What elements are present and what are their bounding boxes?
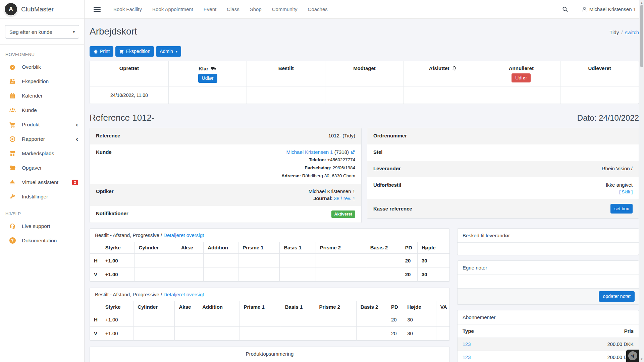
supplier-message-body[interactable]: [458, 243, 639, 255]
top-nav-links: Book Facility Book Appointment Event Cla…: [113, 6, 328, 12]
own-notes-body[interactable]: [458, 275, 639, 288]
rx-cell: [177, 254, 203, 267]
rx-col-header: Styrke: [101, 301, 133, 313]
print-button[interactable]: Print: [90, 46, 113, 57]
sidebar-item-label: Kunde: [22, 107, 37, 113]
customer-search-wrap: Søg efter en kunde ▾: [0, 19, 84, 45]
rx-cell: 20: [387, 313, 403, 326]
subscription-price: 200.00 DKK: [525, 338, 639, 351]
leverandor-row: Leverandør Rhein Vision /: [367, 161, 639, 177]
switch-link[interactable]: switch: [625, 29, 639, 35]
page-content: Arbejdskort Tidy/switch Print Ekspeditio…: [85, 19, 644, 362]
rx-col-header: Addition: [198, 301, 239, 313]
notifikationer-row: Notifikationer Aktiveret: [90, 206, 361, 223]
top-navbar: Book Facility Book Appointment Event Cla…: [85, 0, 644, 19]
nav-event[interactable]: Event: [204, 6, 216, 12]
own-notes-footer: opdater notat: [458, 288, 639, 304]
status-col-annulleret: Annulleret Udfør: [482, 61, 560, 86]
sidebar-section-hjaelp: HJÆLP: [0, 204, 84, 219]
sidebar-main-menu: Overblik Ekspedition Kalender Kunde: [0, 60, 84, 204]
scrollbar-up-arrow[interactable]: ▲: [639, 1, 644, 4]
detaljeret-oversigt-link[interactable]: Detaljeret oversigt: [163, 232, 204, 238]
customer-birthday: Fødselsdag29/06/1984: [305, 165, 355, 171]
rx-row-v: V +1.00 20 30: [90, 326, 449, 340]
rx-cell: 30: [417, 254, 449, 267]
bell-icon: [452, 66, 457, 71]
customer-link[interactable]: Michael Kristensen 1: [286, 149, 333, 155]
skift-link[interactable]: [ Skift ]: [619, 189, 633, 194]
rx-cell: +1.00: [101, 267, 135, 281]
chevron-left-icon: ‹: [76, 122, 78, 127]
sidebar-item-overblik[interactable]: Overblik: [0, 60, 84, 74]
search-icon[interactable]: [562, 6, 568, 12]
status-col-modtaget: Modtaget: [325, 61, 404, 86]
rx-col-header: Cylinder: [135, 242, 177, 254]
klar-udfor-button[interactable]: Udfør: [198, 74, 217, 83]
customer-search-select[interactable]: Søg efter en kunde ▾: [5, 25, 79, 39]
sidebar-item-produkt[interactable]: Produkt ‹: [0, 117, 84, 132]
calendar-icon: [9, 93, 16, 99]
detaljeret-oversigt-link[interactable]: Detaljeret oversigt: [163, 292, 204, 297]
user-menu[interactable]: Michael Kristensen 1: [582, 6, 636, 12]
lower-right-column: Besked til leverandør Egne noter opdater…: [457, 228, 639, 362]
menu-toggle-icon[interactable]: [94, 7, 101, 12]
nav-coaches[interactable]: Coaches: [308, 6, 328, 12]
sidebar-item-dokumentation[interactable]: ? Dokumentation: [0, 233, 84, 248]
sidebar-item-kalender[interactable]: Kalender: [0, 88, 84, 103]
caret-down-icon: ▾: [73, 30, 75, 34]
users-icon: [9, 107, 16, 114]
reference-heading: Reference 1012-: [90, 113, 155, 123]
ekspedition-button[interactable]: Ekspedition: [115, 46, 154, 57]
nav-book-appointment[interactable]: Book Appointment: [152, 6, 193, 12]
sidebar-item-indstillinger[interactable]: Indstillinger: [0, 189, 84, 204]
rx-cell: 30: [403, 326, 436, 340]
symfony-debug-toolbar-toggle[interactable]: sf: [626, 350, 639, 362]
sidebar-item-kunde[interactable]: Kunde: [0, 103, 84, 117]
nav-shop[interactable]: Shop: [250, 6, 262, 12]
annulleret-udfor-button[interactable]: Udfør: [512, 73, 531, 82]
rx-cell: [204, 267, 238, 281]
set-box-button[interactable]: set box: [610, 204, 633, 214]
own-notes-title: Egne noter: [458, 261, 639, 275]
cart-icon: [119, 49, 124, 54]
nav-class[interactable]: Class: [227, 6, 239, 12]
sidebar-item-ekspedition[interactable]: Ekspedition: [0, 74, 84, 88]
rx-row-h: H +1.00 20 30: [90, 254, 449, 267]
external-link-icon[interactable]: [351, 150, 355, 156]
scrollbar-down-arrow[interactable]: ▼: [639, 358, 644, 361]
reference-heading-row: Reference 1012- Dato: 24/10/2022: [90, 113, 639, 123]
nav-book-facility[interactable]: Book Facility: [113, 6, 142, 12]
subscriptions-table: Type Pris 123 200.00 DKK 123 20: [458, 324, 639, 362]
nav-community[interactable]: Community: [272, 6, 298, 12]
breadcrumb-current: Tidy: [609, 29, 619, 35]
status-empty-cell: [404, 86, 482, 104]
sidebar-item-opgaver[interactable]: Opgaver: [0, 161, 84, 175]
rx-cell: [238, 267, 280, 281]
sidebar-item-label: Kalender: [22, 93, 43, 99]
opdater-notat-button[interactable]: opdater notat: [599, 291, 635, 302]
chevron-left-icon: ‹: [76, 136, 78, 142]
rx-col-header: Prisme 2: [315, 301, 356, 313]
sidebar-item-markedsplads[interactable]: Markedsplads: [0, 146, 84, 161]
rx-cell: [316, 267, 366, 281]
page-scrollbar[interactable]: ▲ ▼: [639, 0, 644, 362]
rx-col-header: Basis 2: [366, 242, 401, 254]
rx-cell: 20: [401, 254, 417, 267]
subscription-type-link[interactable]: 123: [463, 342, 471, 347]
sidebar-item-virtuel-assistent[interactable]: Virtuel assistent 2: [0, 175, 84, 189]
rx-card-title: Bestilt - Afstand, Progressive / Detalje…: [90, 288, 449, 301]
subscription-type-link[interactable]: 123: [463, 355, 471, 360]
sidebar-item-rapporter[interactable]: Rapporter ‹: [0, 132, 84, 146]
sidebar-section-hovedmenu: HOVEDMENU: [0, 45, 84, 60]
rx-table: Styrke Cylinder Akse Addition Prisme 1 B…: [90, 242, 449, 281]
rx-cell: [356, 313, 387, 326]
rx-cell: [436, 326, 449, 340]
user-name: Michael Kristensen 1: [589, 6, 636, 12]
journal-link[interactable]: 38 / rev. 1: [334, 196, 355, 201]
admin-dropdown-button[interactable]: Admin ▾: [156, 46, 181, 57]
sidebar-item-label: Dokumentation: [22, 238, 57, 244]
scrollbar-thumb[interactable]: [640, 5, 643, 67]
lower-section: Bestilt - Afstand, Progressive / Detalje…: [90, 228, 639, 362]
rx-cell: [315, 326, 356, 340]
sidebar-item-live-support[interactable]: Live support: [0, 219, 84, 233]
